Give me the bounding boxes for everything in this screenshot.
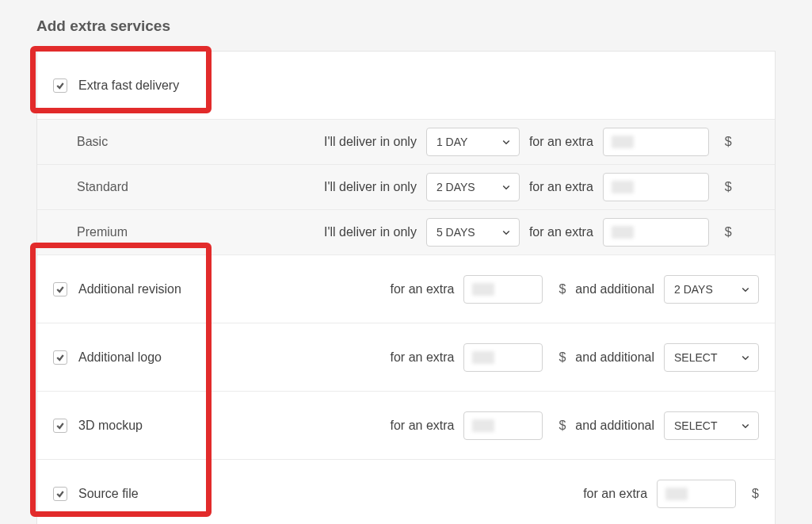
extra-label: 3D mockup (78, 419, 143, 433)
extra-checkbox[interactable] (53, 282, 67, 296)
check-icon (55, 421, 65, 430)
chevron-down-icon (501, 228, 511, 237)
deliver-text: I'll deliver in only (324, 180, 417, 194)
chevron-down-icon (741, 421, 750, 430)
extra-checkbox[interactable] (53, 487, 67, 501)
chevron-down-icon (501, 182, 511, 192)
deliver-text: I'll deliver in only (324, 135, 417, 149)
extra-checkbox[interactable] (53, 419, 67, 433)
extra-price-input[interactable] (657, 480, 736, 508)
currency-symbol: $ (752, 487, 759, 501)
extra-label: Additional logo (78, 350, 162, 365)
tier-duration-select[interactable]: 5 DAYS (426, 218, 520, 247)
tier-name: Standard (77, 180, 315, 194)
currency-symbol: $ (725, 225, 732, 239)
tier-row-basic: Basic I'll deliver in only 1 DAY for an … (37, 120, 775, 165)
extra-label: Additional revision (78, 282, 181, 296)
extra-row-3d-mockup: 3D mockup for an extra $ and additional … (37, 392, 775, 460)
tier-row-premium: Premium I'll deliver in only 5 DAYS for … (37, 210, 775, 255)
and-additional-text: and additional (575, 350, 654, 365)
check-icon (55, 81, 65, 90)
chevron-down-icon (501, 137, 511, 147)
fast-delivery-checkbox[interactable] (53, 78, 67, 93)
for-extra-text: for an extra (391, 350, 455, 365)
tier-price-input[interactable] (603, 128, 709, 156)
select-value: 1 DAY (436, 136, 467, 148)
for-extra-text: for an extra (529, 225, 593, 239)
extra-additional-select[interactable]: 2 DAYS (664, 275, 759, 304)
currency-symbol: $ (558, 282, 566, 296)
extra-price-input[interactable] (463, 275, 543, 304)
tier-price-input[interactable] (603, 218, 709, 247)
currency-symbol: $ (725, 180, 732, 194)
page-title: Add extra services (0, 0, 812, 35)
for-extra-text: for an extra (391, 282, 455, 296)
check-icon (55, 489, 65, 499)
extra-additional-select[interactable]: SELECT (664, 343, 759, 372)
select-value: 2 DAYS (436, 181, 475, 193)
and-additional-text: and additional (575, 282, 654, 296)
select-value: SELECT (674, 351, 717, 364)
deliver-text: I'll deliver in only (324, 225, 417, 239)
currency-symbol: $ (558, 350, 566, 365)
extra-price-input[interactable] (463, 343, 543, 372)
tier-duration-select[interactable]: 1 DAY (426, 128, 520, 156)
extra-price-input[interactable] (463, 411, 543, 440)
check-icon (55, 353, 65, 362)
for-extra-text: for an extra (391, 419, 455, 433)
chevron-down-icon (741, 285, 750, 294)
tier-name: Premium (77, 225, 315, 239)
extra-checkbox[interactable] (53, 350, 67, 365)
chevron-down-icon (741, 353, 750, 362)
tier-row-standard: Standard I'll deliver in only 2 DAYS for… (37, 165, 775, 210)
tier-name: Basic (77, 135, 315, 149)
extra-row-additional-revision: Additional revision for an extra $ and a… (37, 255, 775, 323)
select-value: SELECT (674, 419, 717, 432)
currency-symbol: $ (558, 419, 566, 433)
extra-additional-select[interactable]: SELECT (664, 411, 759, 440)
and-additional-text: and additional (575, 419, 654, 433)
check-icon (55, 285, 65, 294)
for-extra-text: for an extra (529, 180, 593, 194)
tier-duration-select[interactable]: 2 DAYS (426, 173, 520, 201)
extra-label: Source file (78, 487, 139, 501)
for-extra-text: for an extra (529, 135, 593, 149)
extra-row-additional-logo: Additional logo for an extra $ and addit… (37, 323, 775, 392)
fast-delivery-label: Extra fast delivery (78, 78, 179, 93)
currency-symbol: $ (725, 135, 732, 149)
select-value: 5 DAYS (436, 226, 475, 239)
extra-services-card: Extra fast delivery Basic I'll deliver i… (36, 51, 776, 524)
tier-price-input[interactable] (603, 173, 709, 201)
extra-row-source-file: Source file for an extra $ (37, 460, 775, 524)
for-extra-text: for an extra (583, 487, 647, 501)
fast-delivery-row: Extra fast delivery (37, 52, 775, 120)
select-value: 2 DAYS (674, 283, 713, 296)
